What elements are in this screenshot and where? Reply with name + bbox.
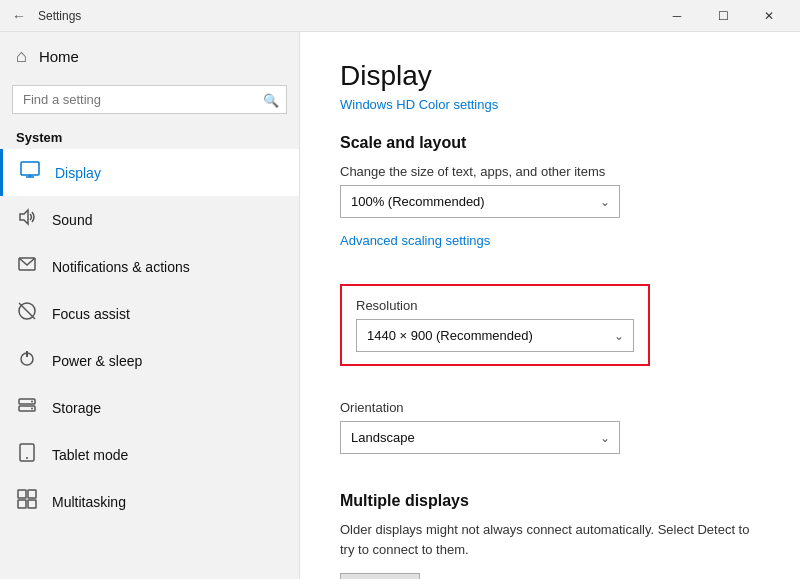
display-icon: [19, 160, 41, 185]
sidebar-item-label-power: Power & sleep: [52, 353, 142, 369]
sidebar-item-power[interactable]: Power & sleep: [0, 337, 299, 384]
sidebar-item-label-tablet: Tablet mode: [52, 447, 128, 463]
search-icon: 🔍: [263, 92, 279, 107]
scale-section-title: Scale and layout: [340, 134, 760, 152]
sidebar-item-focus[interactable]: Focus assist: [0, 290, 299, 337]
svg-rect-15: [18, 490, 26, 498]
page-title: Display: [340, 60, 760, 92]
sidebar-home[interactable]: ⌂ Home: [0, 32, 299, 81]
focus-icon: [16, 301, 38, 326]
sidebar-item-multitasking[interactable]: Multitasking: [0, 478, 299, 525]
titlebar-title: Settings: [38, 9, 81, 23]
titlebar-left: ← Settings: [12, 8, 81, 24]
svg-point-11: [31, 401, 33, 403]
sidebar: ⌂ Home 🔍 System Display: [0, 32, 300, 579]
svg-rect-18: [28, 500, 36, 508]
scale-dropdown-wrapper: 100% (Recommended) 125% 150% 175% ⌄: [340, 185, 620, 218]
content-area: Display Windows HD Color settings Scale …: [300, 32, 800, 579]
sidebar-home-label: Home: [39, 48, 79, 65]
minimize-button[interactable]: ─: [654, 0, 700, 32]
orientation-label: Orientation: [340, 400, 760, 415]
windows-color-link[interactable]: Windows HD Color settings: [340, 97, 498, 112]
divider: [340, 384, 760, 400]
sidebar-item-label-notifications: Notifications & actions: [52, 259, 190, 275]
sidebar-item-display[interactable]: Display: [0, 149, 299, 196]
detect-button[interactable]: Detect: [340, 573, 420, 579]
sidebar-item-label-sound: Sound: [52, 212, 92, 228]
titlebar: ← Settings ─ ☐ ✕: [0, 0, 800, 32]
scale-select[interactable]: 100% (Recommended) 125% 150% 175%: [340, 185, 620, 218]
resolution-section: Resolution 1440 × 900 (Recommended) 1280…: [340, 284, 650, 366]
sidebar-item-label-multitasking: Multitasking: [52, 494, 126, 510]
sidebar-item-label-focus: Focus assist: [52, 306, 130, 322]
svg-rect-0: [21, 162, 39, 175]
orientation-dropdown-wrapper: Landscape Portrait Landscape (flipped) P…: [340, 421, 620, 454]
close-button[interactable]: ✕: [746, 0, 792, 32]
multitasking-icon: [16, 489, 38, 514]
sidebar-item-label-display: Display: [55, 165, 101, 181]
power-icon: [16, 348, 38, 373]
tablet-icon: [16, 442, 38, 467]
sidebar-item-storage[interactable]: Storage: [0, 384, 299, 431]
sidebar-item-label-storage: Storage: [52, 400, 101, 416]
sidebar-search: 🔍: [12, 85, 287, 114]
advanced-scaling-link[interactable]: Advanced scaling settings: [340, 233, 490, 248]
multiple-displays-description: Older displays might not always connect …: [340, 520, 760, 559]
svg-rect-16: [28, 490, 36, 498]
sidebar-item-sound[interactable]: Sound: [0, 196, 299, 243]
orientation-select[interactable]: Landscape Portrait Landscape (flipped) P…: [340, 421, 620, 454]
resolution-select[interactable]: 1440 × 900 (Recommended) 1280 × 800 1024…: [356, 319, 634, 352]
back-button[interactable]: ←: [12, 8, 26, 24]
search-input[interactable]: [12, 85, 287, 114]
svg-point-12: [31, 408, 33, 410]
sidebar-item-notifications[interactable]: Notifications & actions: [0, 243, 299, 290]
svg-marker-3: [20, 210, 28, 224]
resolution-label: Resolution: [356, 298, 634, 313]
titlebar-controls: ─ ☐ ✕: [654, 0, 792, 32]
storage-icon: [16, 395, 38, 420]
change-size-label: Change the size of text, apps, and other…: [340, 164, 760, 179]
notifications-icon: [16, 254, 38, 279]
resolution-dropdown-wrapper: 1440 × 900 (Recommended) 1280 × 800 1024…: [356, 319, 634, 352]
multiple-displays-title: Multiple displays: [340, 492, 760, 510]
svg-point-14: [26, 457, 28, 459]
sidebar-section-label: System: [0, 122, 299, 149]
svg-rect-17: [18, 500, 26, 508]
maximize-button[interactable]: ☐: [700, 0, 746, 32]
home-icon: ⌂: [16, 46, 27, 67]
sidebar-item-tablet[interactable]: Tablet mode: [0, 431, 299, 478]
sound-icon: [16, 207, 38, 232]
main-layout: ⌂ Home 🔍 System Display: [0, 32, 800, 579]
